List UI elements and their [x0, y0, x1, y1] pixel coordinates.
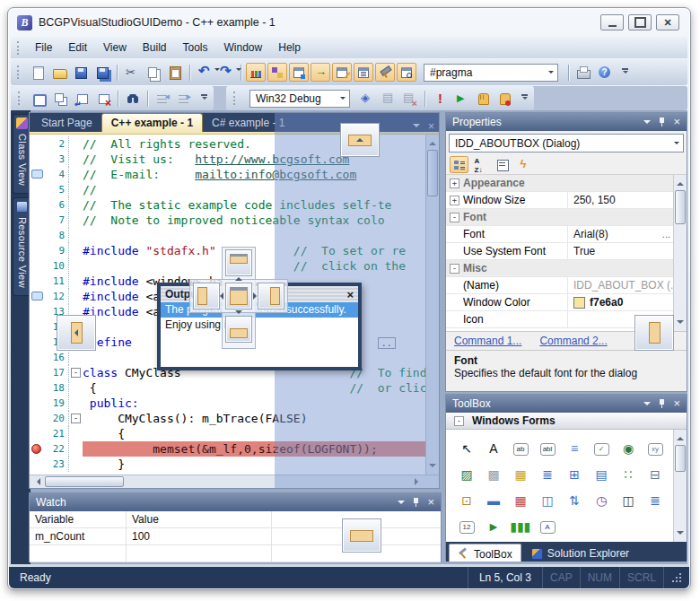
property-row[interactable]: +Window Size250, 150 [446, 192, 687, 209]
chevron-down-icon[interactable] [545, 65, 557, 81]
dock-guide-bottom[interactable] [225, 316, 252, 343]
expander-icon[interactable]: + [450, 196, 459, 205]
editor-horizontal-scrollbar[interactable] [30, 475, 439, 488]
customize-button[interactable] [375, 63, 395, 82]
toolbox-item-tab-control[interactable]: ⊡ [459, 493, 475, 509]
breakpoint-mark-button[interactable] [430, 89, 450, 108]
fold-margin[interactable] [69, 258, 83, 274]
dock-edge-right[interactable] [634, 315, 674, 351]
save-all-button[interactable] [92, 63, 112, 82]
code-text[interactable]: { [83, 426, 425, 441]
stop-hand-button[interactable] [494, 89, 514, 108]
scroll-down-icon[interactable] [429, 464, 436, 471]
import-green-button[interactable] [311, 63, 330, 82]
code-text[interactable] [83, 228, 425, 243]
editor-vertical-scrollbar[interactable] [425, 135, 439, 475]
fold-margin[interactable] [69, 136, 83, 152]
build-button[interactable] [379, 89, 398, 108]
indent-inc-button[interactable] [174, 89, 194, 108]
scroll-up-icon[interactable] [677, 433, 684, 440]
expander-icon[interactable]: + [450, 179, 459, 188]
expander-icon[interactable]: - [450, 213, 459, 222]
toolbox-item-picture-box[interactable]: ▨ [459, 467, 475, 483]
code-text[interactable]: public: [83, 396, 425, 411]
fold-margin[interactable] [69, 380, 83, 396]
window-close-red-button[interactable] [93, 89, 113, 108]
scrollbar-thumb[interactable] [675, 445, 686, 472]
line-margin[interactable] [30, 426, 46, 441]
auto-hide-pin-icon[interactable] [658, 399, 666, 409]
toolbox-item-progress-bar[interactable]: ▮▮▮ [510, 519, 530, 535]
dock-guide-right[interactable] [258, 283, 284, 309]
help-button[interactable] [595, 63, 615, 82]
fold-margin[interactable] [69, 426, 83, 441]
chevron-down-icon[interactable] [670, 135, 683, 152]
scroll-up-icon[interactable] [677, 179, 684, 186]
line-margin[interactable] [30, 258, 46, 274]
toolbox-scrollbar[interactable] [673, 430, 687, 542]
titlebar[interactable]: B BCGPVisualStudioGUIDemo - C++ example … [8, 8, 690, 37]
line-margin[interactable] [30, 335, 46, 350]
toolbox-item-button[interactable]: ab [513, 443, 529, 456]
line-margin[interactable] [30, 289, 46, 304]
toolbox-item-checkbox[interactable]: ✓ [594, 443, 609, 456]
scrollbar-thumb[interactable] [427, 150, 438, 196]
code-text[interactable]: CMyClass(): m_bTrace(FALSE) [83, 411, 425, 426]
cut-button[interactable] [122, 63, 142, 82]
toolbar-overflow-icon[interactable] [620, 68, 630, 76]
line-margin[interactable] [30, 457, 46, 472]
fold-margin[interactable] [69, 274, 83, 289]
fold-margin[interactable] [69, 213, 83, 228]
ellipsis-button[interactable]: ... [662, 229, 673, 240]
toolbox-item-toolbar[interactable]: ▬ [486, 493, 502, 509]
menubar-grip[interactable] [17, 41, 21, 55]
menu-edit[interactable]: Edit [60, 38, 95, 57]
document-tab[interactable]: C++ example - 1 [101, 113, 203, 132]
window-position-icon[interactable] [398, 498, 405, 508]
paste-button[interactable] [165, 63, 185, 82]
code-text[interactable]: { // or click on [83, 380, 425, 396]
sidebar-tab-resource-view[interactable]: Resource View [13, 197, 31, 296]
open-file-button[interactable] [49, 63, 69, 82]
window-position-icon[interactable] [643, 118, 651, 127]
code-text[interactable]: // [83, 182, 425, 197]
property-category-row[interactable]: -Font [446, 209, 687, 226]
line-margin[interactable] [30, 319, 46, 335]
toolbox-item-combobox[interactable]: ▤ [594, 467, 609, 483]
watch-header[interactable]: Watch [30, 493, 441, 511]
line-margin[interactable] [30, 167, 46, 182]
toolbox-item-tree-view[interactable]: ⊟ [648, 467, 663, 483]
menu-view[interactable]: View [95, 38, 135, 57]
expander-icon[interactable]: - [450, 264, 459, 274]
fold-margin[interactable] [69, 396, 83, 411]
line-margin[interactable] [30, 197, 46, 213]
fold-margin[interactable]: - [69, 365, 83, 380]
fold-toggle-icon[interactable]: - [71, 368, 81, 378]
run-button[interactable] [451, 89, 471, 108]
command-link[interactable]: Command 2... [539, 335, 607, 347]
fold-margin[interactable] [69, 167, 83, 182]
toolbar-overflow-icon[interactable] [520, 94, 529, 102]
menu-tools[interactable]: Tools [175, 38, 216, 57]
line-margin[interactable] [30, 411, 46, 426]
fold-margin[interactable] [69, 228, 83, 243]
scrollbar-thumb[interactable] [675, 190, 686, 224]
configuration-combo[interactable]: Win32 Debug [249, 90, 350, 108]
toolbox-item-split-container[interactable]: ◫ [621, 493, 636, 509]
toolbox-item-month-calendar[interactable]: ▦ [513, 493, 529, 509]
sort-colors-button[interactable] [267, 63, 287, 82]
window-arrange-button[interactable] [289, 63, 309, 82]
line-margin[interactable] [30, 380, 46, 396]
properties-scrollbar[interactable] [673, 175, 687, 331]
property-value[interactable]: 250, 150 [567, 192, 673, 208]
toolbox-item-listbox[interactable]: ≣ [540, 467, 556, 483]
fold-margin[interactable] [69, 457, 83, 472]
toolbox-item-rich-textbox[interactable]: A [540, 521, 556, 534]
code-text[interactable]: // Note to improved noticeable syntax co… [83, 213, 425, 228]
close-button[interactable] [656, 14, 679, 30]
auto-hide-pin-icon[interactable] [658, 118, 666, 127]
toolbox-group-header[interactable]: - Windows Forms [446, 413, 687, 430]
line-margin[interactable] [30, 152, 46, 167]
scroll-down-icon[interactable] [677, 320, 684, 327]
close-panel-icon[interactable] [673, 397, 680, 410]
